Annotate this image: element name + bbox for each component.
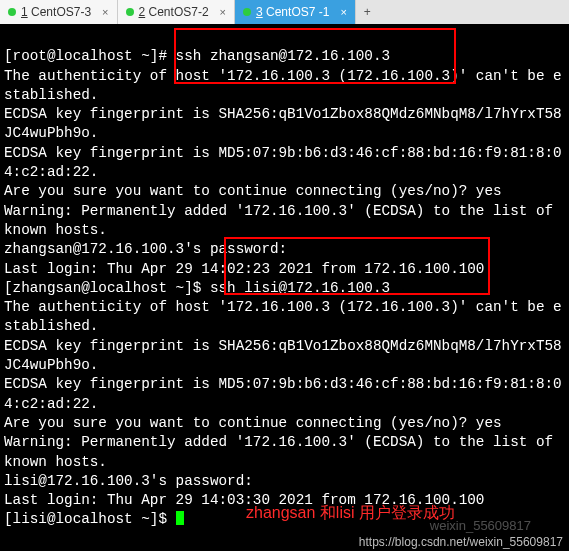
terminal-line: Warning: Permanently added '172.16.100.3… — [4, 434, 562, 469]
terminal-line: Are you sure you want to continue connec… — [4, 183, 502, 199]
tab-bar: 1 CentOS7-3 × 2 CentOS7-2 × 3 CentOS7 -1… — [0, 0, 569, 24]
terminal-line: The authenticity of host '172.16.100.3 (… — [4, 68, 562, 103]
terminal-line: Warning: Permanently added '172.16.100.3… — [4, 203, 562, 238]
add-tab-button[interactable]: + — [356, 0, 379, 24]
status-dot-icon — [126, 8, 134, 16]
tab-centos7-2[interactable]: 2 CentOS7-2 × — [118, 0, 236, 24]
terminal-line: ECDSA key fingerprint is MD5:07:9b:b6:d3… — [4, 145, 562, 180]
status-dot-icon — [243, 8, 251, 16]
terminal-line: zhangsan@172.16.100.3's password: — [4, 241, 287, 257]
terminal-line: lisi@172.16.100.3's password: — [4, 473, 253, 489]
prompt-root: [root@localhost ~]# — [4, 48, 176, 64]
tab-centos7-3[interactable]: 1 CentOS7-3 × — [0, 0, 118, 24]
terminal-line: The authenticity of host '172.16.100.3 (… — [4, 299, 562, 334]
watermark-url: https://blog.csdn.net/weixin_55609817 — [359, 535, 563, 549]
status-dot-icon — [8, 8, 16, 16]
terminal-output[interactable]: [root@localhost ~]# ssh zhangsan@172.16.… — [0, 24, 569, 530]
prompt-user: [zhangsan@localhost ~]$ — [4, 280, 210, 296]
terminal-line: Are you sure you want to continue connec… — [4, 415, 502, 431]
close-icon[interactable]: × — [220, 6, 226, 18]
watermark-faint: weixin_55609817 — [430, 518, 531, 533]
close-icon[interactable]: × — [340, 6, 346, 18]
ssh-command-1: ssh zhangsan@172.16.100.3 — [176, 48, 391, 64]
terminal-line: Last login: Thu Apr 29 14:02:23 2021 fro… — [4, 261, 484, 277]
close-icon[interactable]: × — [102, 6, 108, 18]
terminal-line: ECDSA key fingerprint is MD5:07:9b:b6:d3… — [4, 376, 562, 411]
ssh-command-2: ssh lisi@172.16.100.3 — [210, 280, 390, 296]
prompt-user: [lisi@localhost ~]$ — [4, 511, 176, 527]
annotation-text: zhangsan 和lisi 用户登录成功 — [246, 503, 455, 524]
tab-centos7-1[interactable]: 3 CentOS7 -1 × — [235, 0, 356, 24]
terminal-line: ECDSA key fingerprint is SHA256:qB1Vo1Zb… — [4, 338, 562, 373]
cursor-icon — [176, 511, 184, 525]
terminal-line: ECDSA key fingerprint is SHA256:qB1Vo1Zb… — [4, 106, 562, 141]
